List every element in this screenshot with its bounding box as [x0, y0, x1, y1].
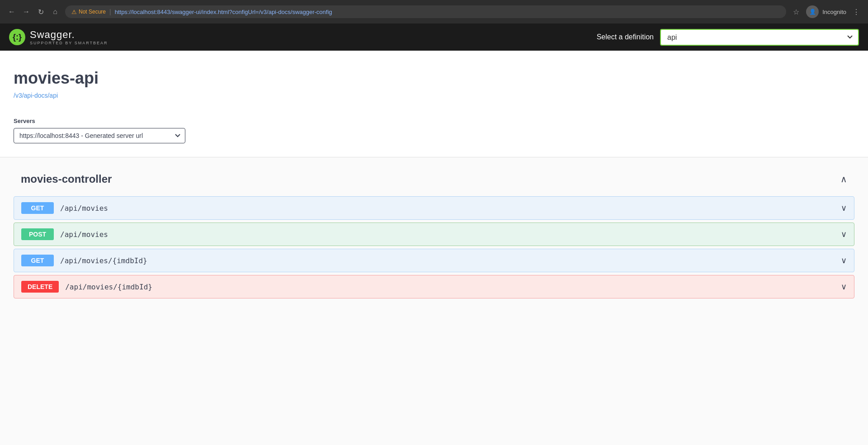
method-badge-post-1: POST [21, 228, 54, 240]
swagger-logo-icon: {:} [9, 29, 25, 45]
bookmark-button[interactable]: ☆ [790, 5, 802, 18]
not-secure-badge: ⚠ Not Secure [71, 9, 106, 15]
controller-section: movies-controller ∧ GET /api/movies ∨ PO… [0, 157, 868, 310]
swagger-app-name: Swagger. [30, 29, 108, 41]
servers-label: Servers [14, 118, 854, 124]
endpoint-row-content: POST /api/movies [21, 228, 841, 240]
nav-buttons: ← → ↻ ⌂ [5, 5, 61, 18]
method-badge-get-0: GET [21, 202, 54, 214]
endpoint-path-1: /api/movies [60, 230, 108, 239]
swagger-header: {:} Swagger. Supported by SMARTBEAR Sele… [0, 24, 868, 51]
browser-chrome: ← → ↻ ⌂ ⚠ Not Secure | https://localhost… [0, 0, 868, 24]
definition-selector: Select a definition api [597, 29, 859, 46]
endpoint-path-2: /api/movies/{imdbId} [60, 256, 147, 265]
method-badge-get-2: GET [21, 255, 54, 266]
swagger-main: movies-api /v3/api-docs/api Servers http… [0, 51, 868, 445]
endpoint-path-3: /api/movies/{imdbId} [65, 283, 152, 291]
controller-header[interactable]: movies-controller ∧ [14, 166, 854, 192]
menu-button[interactable]: ⋮ [850, 5, 863, 18]
endpoint-row[interactable]: GET /api/movies ∨ [14, 196, 854, 220]
endpoints-list: GET /api/movies ∨ POST /api/movies ∨ GET… [14, 196, 854, 298]
swagger-app-sub: Supported by SMARTBEAR [30, 41, 108, 45]
back-button[interactable]: ← [5, 5, 18, 18]
address-separator: | [109, 8, 111, 15]
warning-icon: ⚠ [71, 9, 77, 15]
endpoint-row-content: DELETE /api/movies/{imdbId} [21, 281, 841, 293]
endpoint-row-content: GET /api/movies/{imdbId} [21, 255, 841, 266]
endpoint-row-content: GET /api/movies [21, 202, 841, 214]
endpoint-chevron-2: ∨ [841, 256, 847, 265]
api-title: movies-api [14, 69, 854, 88]
endpoint-row[interactable]: POST /api/movies ∨ [14, 222, 854, 246]
servers-section: Servers https://localhost:8443 - Generat… [14, 118, 854, 143]
address-url: https://localhost:8443/swagger-ui/index.… [115, 9, 780, 15]
endpoint-chevron-1: ∨ [841, 229, 847, 239]
home-button[interactable]: ⌂ [49, 5, 61, 18]
endpoint-chevron-0: ∨ [841, 203, 847, 213]
api-info: movies-api /v3/api-docs/api Servers http… [0, 51, 868, 157]
not-secure-label: Not Secure [79, 9, 106, 15]
address-bar[interactable]: ⚠ Not Secure | https://localhost:8443/sw… [65, 5, 786, 18]
reload-button[interactable]: ↻ [34, 5, 47, 18]
forward-button[interactable]: → [20, 5, 33, 18]
endpoint-path-0: /api/movies [60, 204, 108, 213]
definition-label: Select a definition [597, 33, 654, 41]
servers-select[interactable]: https://localhost:8443 - Generated serve… [14, 128, 185, 143]
profile-button[interactable]: 👤 [806, 5, 819, 18]
api-url-link[interactable]: /v3/api-docs/api [14, 92, 58, 99]
endpoint-row[interactable]: GET /api/movies/{imdbId} ∨ [14, 249, 854, 272]
browser-actions: ☆ 👤 Incognito ⋮ [790, 5, 863, 18]
endpoint-chevron-3: ∨ [841, 282, 847, 292]
controller-name: movies-controller [21, 173, 112, 185]
swagger-logo-text: Swagger. Supported by SMARTBEAR [30, 29, 108, 45]
swagger-logo: {:} Swagger. Supported by SMARTBEAR [9, 29, 108, 45]
definition-select[interactable]: api [660, 29, 859, 46]
controller-toggle-button[interactable]: ∧ [840, 174, 847, 185]
method-badge-delete-3: DELETE [21, 281, 59, 293]
incognito-label: Incognito [822, 9, 846, 15]
endpoint-row[interactable]: DELETE /api/movies/{imdbId} ∨ [14, 275, 854, 298]
